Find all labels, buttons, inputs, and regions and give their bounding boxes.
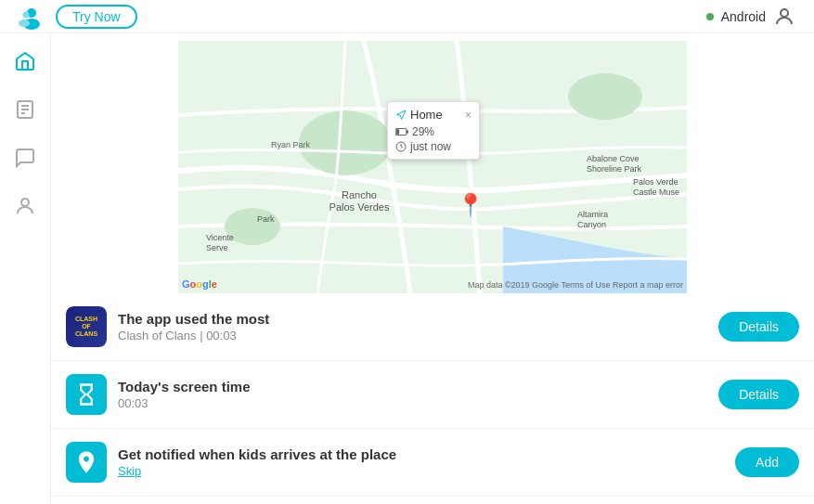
header-right: Android <box>706 6 795 28</box>
popup-title: Home <box>395 108 443 122</box>
map-svg: Rancho Palos Verdes Ryan Park Abalone Co… <box>178 41 687 293</box>
svg-rect-28 <box>407 130 408 134</box>
svg-text:Park: Park <box>257 214 275 224</box>
location-notify-title: Get notified when kids arrives at the pl… <box>118 446 724 462</box>
location-icon <box>73 449 99 475</box>
main-layout: Rancho Palos Verdes Ryan Park Abalone Co… <box>0 33 814 504</box>
svg-point-9 <box>21 199 29 206</box>
sidebar-item-messages[interactable] <box>12 145 38 171</box>
location-notify-icon <box>66 442 107 483</box>
clock-icon <box>395 141 407 152</box>
sidebar-item-reports[interactable] <box>12 97 38 123</box>
map-copyright: Map data ©2019 Google Terms of Use Repor… <box>468 280 683 290</box>
android-label: Android <box>721 9 766 24</box>
screen-time-card: Today's screen time 00:03 Details <box>51 361 814 429</box>
screen-time-subtitle: 00:03 <box>118 396 707 410</box>
svg-point-4 <box>781 9 788 17</box>
map-background: Rancho Palos Verdes Ryan Park Abalone Co… <box>178 41 687 293</box>
location-add-button[interactable]: Add <box>735 447 799 477</box>
svg-text:Abalone Cove: Abalone Cove <box>587 154 640 163</box>
location-notify-card: Get notified when kids arrives at the pl… <box>51 429 814 497</box>
sidebar-item-profile[interactable] <box>12 193 38 219</box>
map-container: Rancho Palos Verdes Ryan Park Abalone Co… <box>178 41 687 293</box>
svg-text:Serve: Serve <box>206 243 228 252</box>
svg-text:Canyon: Canyon <box>577 220 606 229</box>
header: Try Now Android <box>0 0 814 33</box>
cards-section: CLASH OF CLANS The app used the most Cla… <box>51 293 814 497</box>
avatar-icon <box>19 4 45 30</box>
svg-text:Palos Verdes: Palos Verdes <box>329 201 390 213</box>
profile-icon[interactable] <box>773 6 795 28</box>
navigation-icon <box>395 110 407 121</box>
popup-time: just now <box>395 140 472 153</box>
most-used-app-details-button[interactable]: Details <box>718 312 799 342</box>
svg-text:Shoreline Park: Shoreline Park <box>587 164 642 174</box>
most-used-app-text: The app used the most Clash of Clans | 0… <box>118 311 707 342</box>
sidebar <box>0 33 51 504</box>
svg-text:Rancho: Rancho <box>342 189 377 200</box>
most-used-app-card: CLASH OF CLANS The app used the most Cla… <box>51 293 814 361</box>
popup-header: Home × <box>395 108 472 122</box>
google-logo: Google <box>182 278 217 290</box>
location-notify-subtitle: Skip <box>118 464 724 478</box>
svg-text:Altamira: Altamira <box>577 210 608 219</box>
coc-icon: CLASH OF CLANS <box>66 306 107 347</box>
sidebar-item-home[interactable] <box>12 48 38 74</box>
battery-icon <box>395 127 408 136</box>
map-pin[interactable]: 📍 <box>457 192 485 218</box>
svg-text:Vicente: Vicente <box>206 233 234 242</box>
svg-point-13 <box>568 73 642 120</box>
screen-time-details-button[interactable]: Details <box>718 380 799 409</box>
svg-point-2 <box>23 11 30 18</box>
try-now-button[interactable]: Try Now <box>56 5 137 29</box>
most-used-app-title: The app used the most <box>118 311 707 327</box>
svg-rect-29 <box>396 129 400 135</box>
svg-point-11 <box>299 110 392 175</box>
svg-point-3 <box>19 19 30 27</box>
popup-battery: 29% <box>395 125 472 138</box>
android-status-dot <box>706 13 714 20</box>
hourglass-icon <box>73 381 99 407</box>
content-area: Rancho Palos Verdes Ryan Park Abalone Co… <box>51 33 814 504</box>
svg-text:Palos Verde: Palos Verde <box>633 177 678 187</box>
screen-time-title: Today's screen time <box>118 379 707 394</box>
svg-text:Castle Muse: Castle Muse <box>633 187 679 197</box>
location-notify-text: Get notified when kids arrives at the pl… <box>118 446 724 478</box>
header-left: Try Now <box>19 4 137 30</box>
svg-marker-26 <box>397 110 407 120</box>
most-used-app-subtitle: Clash of Clans | 00:03 <box>118 329 707 342</box>
svg-text:Ryan Park: Ryan Park <box>271 140 311 149</box>
screen-time-text: Today's screen time 00:03 <box>118 379 707 410</box>
map-popup: Home × 29% <box>387 101 480 160</box>
screen-time-icon <box>66 374 107 415</box>
popup-close-button[interactable]: × <box>465 109 472 122</box>
skip-link[interactable]: Skip <box>118 464 141 478</box>
